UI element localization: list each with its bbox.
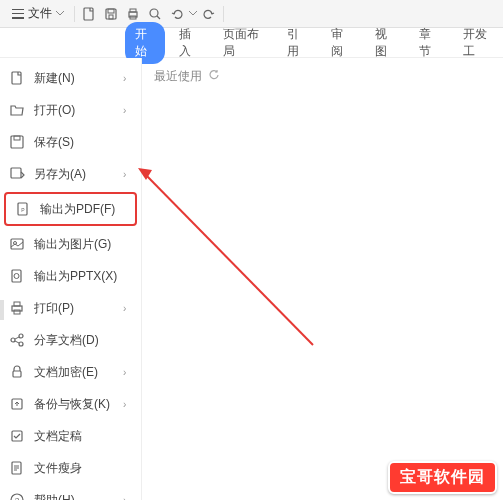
menu-print[interactable]: 打印(P) › [0, 292, 141, 324]
menu-backup[interactable]: 备份与恢复(K) › [0, 388, 141, 420]
svg-rect-24 [13, 371, 21, 377]
svg-rect-0 [84, 8, 93, 20]
menu-label: 新建(N) [34, 70, 123, 87]
file-menu-sidebar: 新建(N) › 打开(O) › 保存(S) 另存为(A) › P 输出为PDF(… [0, 58, 142, 500]
open-icon [8, 101, 26, 119]
menu-label: 保存(S) [34, 134, 133, 151]
chevron-right-icon: › [123, 367, 133, 378]
chevron-right-icon: › [123, 169, 133, 180]
refresh-icon[interactable] [208, 69, 220, 84]
menu-label: 输出为PPTX(X) [34, 268, 133, 285]
new-doc-icon[interactable] [79, 4, 99, 24]
menu-slim[interactable]: 文件瘦身 [0, 452, 141, 484]
svg-point-7 [150, 9, 158, 17]
pdf-icon: P [14, 200, 32, 218]
svg-rect-2 [108, 9, 114, 13]
file-menu-button[interactable]: 文件 [6, 3, 70, 24]
compress-icon [8, 459, 26, 477]
watermark-badge: 宝哥软件园 [388, 461, 497, 494]
menu-label: 文档定稿 [34, 428, 133, 445]
menu-label: 分享文档(D) [34, 332, 133, 349]
menu-label: 帮助(H) [34, 492, 123, 501]
menu-export-image[interactable]: 输出为图片(G) [0, 228, 141, 260]
menu-label: 文档加密(E) [34, 364, 123, 381]
undo-icon[interactable] [167, 4, 187, 24]
menu-save[interactable]: 保存(S) [0, 126, 141, 158]
pptx-icon [8, 267, 26, 285]
chevron-right-icon: › [123, 495, 133, 501]
new-icon [8, 69, 26, 87]
menu-encrypt[interactable]: 文档加密(E) › [0, 356, 141, 388]
share-icon [8, 331, 26, 349]
chevron-down-icon [56, 10, 64, 18]
menu-share[interactable]: 分享文档(D) [0, 324, 141, 356]
undo-dropdown-icon[interactable] [189, 10, 197, 18]
preview-icon[interactable] [145, 4, 165, 24]
print-icon[interactable] [123, 4, 143, 24]
svg-point-17 [14, 274, 19, 279]
svg-rect-19 [14, 302, 20, 306]
menu-label: 备份与恢复(K) [34, 396, 123, 413]
menu-label: 输出为PDF(F) [40, 201, 127, 218]
menu-export-pptx[interactable]: 输出为PPTX(X) [0, 260, 141, 292]
menu-open[interactable]: 打开(O) › [0, 94, 141, 126]
svg-rect-26 [12, 431, 22, 441]
menu-save-as[interactable]: 另存为(A) › [0, 158, 141, 190]
menu-label: 文件瘦身 [34, 460, 133, 477]
svg-rect-16 [12, 270, 21, 282]
check-icon [8, 427, 26, 445]
print-icon [8, 299, 26, 317]
recent-text: 最近使用 [154, 68, 202, 85]
help-icon: ? [8, 491, 26, 500]
svg-rect-9 [11, 136, 23, 148]
svg-point-23 [19, 342, 23, 346]
svg-point-22 [19, 334, 23, 338]
menu-new[interactable]: 新建(N) › [0, 62, 141, 94]
lock-icon [8, 363, 26, 381]
chevron-right-icon: › [123, 303, 133, 314]
chevron-right-icon: › [123, 105, 133, 116]
menu-help[interactable]: ? 帮助(H) › [0, 484, 141, 500]
svg-point-21 [11, 338, 15, 342]
svg-rect-5 [130, 9, 136, 12]
chevron-right-icon: › [123, 73, 133, 84]
svg-text:?: ? [15, 496, 20, 500]
svg-rect-10 [14, 136, 20, 140]
save-icon [8, 133, 26, 151]
menu-label: 输出为图片(G) [34, 236, 133, 253]
ribbon-tabs: 开始 插入 页面布局 引用 审阅 视图 章节 开发工 [0, 28, 503, 58]
menu-label: 另存为(A) [34, 166, 123, 183]
menu-finalize[interactable]: 文档定稿 [0, 420, 141, 452]
redo-icon[interactable] [199, 4, 219, 24]
recent-used-label: 最近使用 [154, 68, 491, 85]
menu-export-pdf[interactable]: P 输出为PDF(F) [4, 192, 137, 226]
save-icon[interactable] [101, 4, 121, 24]
hamburger-icon [12, 9, 24, 19]
svg-text:P: P [21, 207, 25, 213]
content-area: 最近使用 [142, 58, 503, 500]
separator [74, 6, 75, 22]
backup-icon [8, 395, 26, 413]
svg-rect-11 [11, 168, 21, 178]
menu-label: 打印(P) [34, 300, 123, 317]
save-as-icon [8, 165, 26, 183]
svg-rect-8 [12, 72, 21, 84]
separator [223, 6, 224, 22]
left-edge-marker [0, 300, 4, 320]
file-menu-label: 文件 [28, 5, 52, 22]
menu-label: 打开(O) [34, 102, 123, 119]
chevron-right-icon: › [123, 399, 133, 410]
image-icon [8, 235, 26, 253]
